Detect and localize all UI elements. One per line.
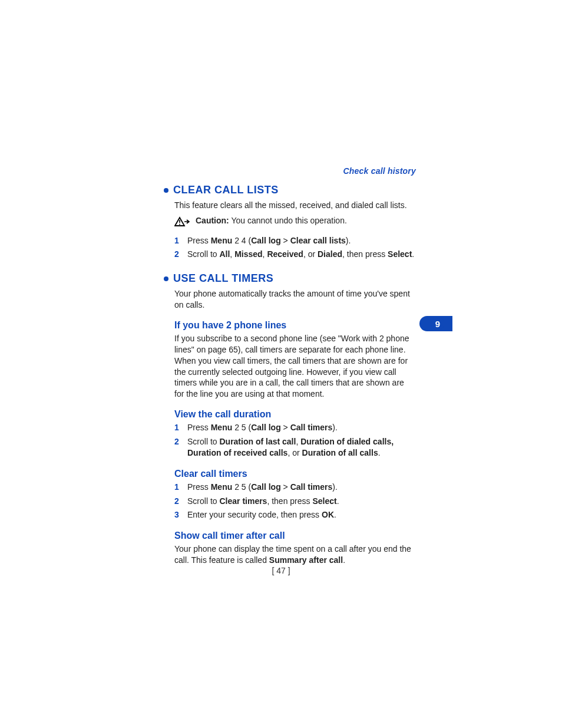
t: ). bbox=[332, 423, 338, 432]
t: Enter your security code, then press bbox=[187, 510, 322, 519]
step-number: 2 bbox=[174, 496, 180, 508]
t: ). bbox=[346, 236, 351, 245]
ordered-list: 1 Press Menu 2 5 (Call log > Call timers… bbox=[174, 482, 416, 521]
t: Clear call lists bbox=[290, 236, 346, 245]
t: , or bbox=[287, 448, 302, 457]
t: Scroll to bbox=[187, 437, 219, 446]
t: Call timers bbox=[290, 423, 333, 432]
step-number: 1 bbox=[174, 422, 180, 434]
t: Call log bbox=[251, 236, 281, 245]
t: OK bbox=[322, 510, 334, 519]
heading-use-call-timers: USE CALL TIMERS bbox=[163, 272, 416, 285]
subheading-show-timer: Show call timer after call bbox=[174, 531, 416, 541]
t: Select bbox=[312, 496, 336, 506]
list-item: 2 Scroll to Duration of last call, Durat… bbox=[174, 436, 416, 459]
t: Menu bbox=[211, 482, 233, 492]
t: Menu bbox=[211, 236, 233, 245]
t: Call log bbox=[251, 482, 281, 492]
step-number: 2 bbox=[174, 436, 180, 459]
t: > bbox=[281, 236, 290, 245]
t: . bbox=[334, 510, 336, 519]
paragraph: If you subscribe to a second phone line … bbox=[174, 333, 416, 400]
t: . bbox=[412, 249, 414, 259]
step-text: Press Menu 2 5 (Call log > Call timers). bbox=[187, 482, 338, 493]
t: , or bbox=[303, 249, 318, 259]
section-link: Check call history bbox=[163, 166, 416, 176]
t: 2 5 ( bbox=[232, 423, 251, 432]
caution-block: Caution: You cannot undo this operation. bbox=[174, 216, 416, 229]
t: Scroll to bbox=[187, 496, 219, 506]
paragraph: This feature clears all the missed, rece… bbox=[174, 200, 416, 211]
page-number: [ 47 ] bbox=[0, 566, 562, 575]
t: Scroll to bbox=[187, 249, 219, 259]
list-item: 2 Scroll to Clear timers, then press Sel… bbox=[174, 496, 416, 508]
t: Summary after call bbox=[269, 555, 343, 565]
t: Select bbox=[388, 249, 412, 259]
subheading-clear-timers: Clear call timers bbox=[174, 469, 416, 479]
t: Call timers bbox=[290, 482, 333, 492]
step-number: 1 bbox=[174, 482, 180, 493]
t: , then press bbox=[342, 249, 388, 259]
t: Clear timers bbox=[219, 496, 267, 506]
step-text: Scroll to Clear timers, then press Selec… bbox=[187, 496, 339, 508]
t: Menu bbox=[211, 423, 233, 432]
t: . bbox=[343, 555, 345, 565]
paragraph: Your phone automatically tracks the amou… bbox=[174, 288, 416, 311]
step-text: Scroll to Duration of last call, Duratio… bbox=[187, 436, 416, 459]
list-item: 2 Scroll to All, Missed, Received, or Di… bbox=[174, 249, 416, 261]
heading-text: CLEAR CALL LISTS bbox=[173, 184, 279, 196]
t: Duration of last call bbox=[219, 437, 296, 446]
step-number: 1 bbox=[174, 235, 180, 247]
caution-label: Caution: bbox=[196, 216, 229, 225]
t: 2 5 ( bbox=[232, 482, 251, 492]
chapter-tab: 9 bbox=[419, 316, 452, 331]
subheading-view-duration: View the call duration bbox=[174, 409, 416, 420]
caution-text: Caution: You cannot undo this operation. bbox=[196, 216, 347, 225]
step-text: Scroll to All, Missed, Received, or Dial… bbox=[187, 249, 414, 261]
t: All bbox=[219, 249, 230, 259]
t: Press bbox=[187, 236, 211, 245]
ordered-list: 1 Press Menu 2 5 (Call log > Call timers… bbox=[174, 422, 416, 459]
t: , then press bbox=[267, 496, 312, 506]
content-column: Check call history CLEAR CALL LISTS This… bbox=[163, 166, 416, 571]
chapter-number-badge: 9 bbox=[431, 317, 444, 330]
t: , bbox=[296, 437, 300, 446]
step-number: 3 bbox=[174, 509, 180, 521]
list-item: 1 Press Menu 2 5 (Call log > Call timers… bbox=[174, 422, 416, 434]
step-text: Enter your security code, then press OK. bbox=[187, 509, 336, 521]
t: Press bbox=[187, 482, 211, 492]
paragraph: Your phone can display the time spent on… bbox=[174, 543, 416, 566]
t: , bbox=[230, 249, 234, 259]
step-text: Press Menu 2 4 (Call log > Clear call li… bbox=[187, 235, 351, 247]
t: . bbox=[337, 496, 339, 506]
heading-clear-call-lists: CLEAR CALL LISTS bbox=[163, 184, 416, 196]
list-item: 3 Enter your security code, then press O… bbox=[174, 509, 416, 521]
t: Received bbox=[267, 249, 303, 259]
heading-text: USE CALL TIMERS bbox=[173, 272, 273, 285]
step-text: Press Menu 2 5 (Call log > Call timers). bbox=[187, 422, 338, 434]
ordered-list: 1 Press Menu 2 4 (Call log > Clear call … bbox=[174, 235, 416, 261]
t: Press bbox=[187, 423, 211, 432]
caution-body: You cannot undo this operation. bbox=[229, 216, 347, 225]
bullet-icon bbox=[164, 188, 168, 193]
t: > bbox=[281, 482, 290, 492]
t: 2 4 ( bbox=[232, 236, 251, 245]
svg-point-1 bbox=[179, 223, 180, 225]
t: > bbox=[281, 423, 290, 432]
t: Call log bbox=[251, 423, 281, 432]
step-number: 2 bbox=[174, 249, 180, 261]
page: 9 Check call history CLEAR CALL LISTS Th… bbox=[0, 0, 562, 728]
bullet-icon bbox=[164, 276, 168, 281]
t: Dialed bbox=[318, 249, 342, 259]
subheading-two-lines: If you have 2 phone lines bbox=[174, 320, 416, 331]
list-item: 1 Press Menu 2 5 (Call log > Call timers… bbox=[174, 482, 416, 493]
t: Duration of all calls bbox=[302, 448, 378, 457]
caution-icon bbox=[174, 216, 190, 229]
t: ). bbox=[332, 482, 338, 492]
t: . bbox=[378, 448, 381, 457]
list-item: 1 Press Menu 2 4 (Call log > Clear call … bbox=[174, 235, 416, 247]
t: Missed bbox=[234, 249, 262, 259]
